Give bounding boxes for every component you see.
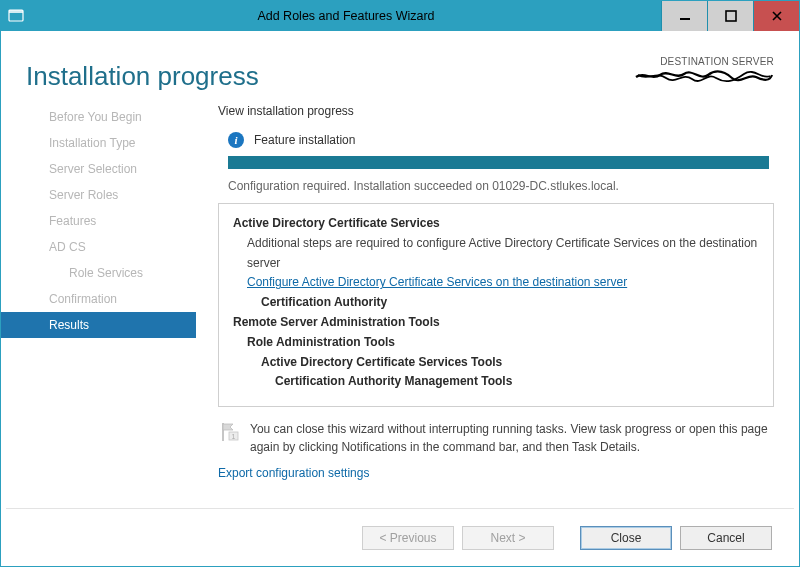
step-results[interactable]: Results (1, 312, 196, 338)
destination-server-label: DESTINATION SERVER (634, 56, 774, 67)
wizard-steps-sidebar: Before You Begin Installation Type Serve… (1, 104, 196, 508)
status-text: Configuration required. Installation suc… (228, 179, 774, 193)
page-title: Installation progress (26, 61, 634, 92)
adcs-heading: Active Directory Certificate Services (233, 214, 759, 234)
main-pane: View installation progress i Feature ins… (196, 104, 799, 508)
ca-mgmt-tools-label: Certification Authority Management Tools (275, 372, 759, 392)
step-role-services: Role Services (1, 260, 196, 286)
footer-buttons: < Previous Next > Close Cancel (6, 508, 794, 566)
next-button: Next > (462, 526, 554, 550)
rsat-heading: Remote Server Administration Tools (233, 313, 759, 333)
svg-rect-2 (680, 18, 690, 20)
info-icon: i (228, 132, 244, 148)
adcs-tools-label: Active Directory Certificate Services To… (261, 353, 759, 373)
step-confirmation: Confirmation (1, 286, 196, 312)
role-admin-tools-label: Role Administration Tools (247, 333, 759, 353)
feature-installation-row: i Feature installation (228, 132, 774, 148)
step-ad-cs: AD CS (1, 234, 196, 260)
close-window-button[interactable] (753, 1, 799, 31)
svg-rect-1 (9, 10, 23, 13)
feature-installation-label: Feature installation (254, 133, 355, 147)
title-bar: Add Roles and Features Wizard (1, 1, 799, 31)
window-controls (661, 1, 799, 31)
certification-authority-label: Certification Authority (261, 293, 759, 313)
export-config-link[interactable]: Export configuration settings (218, 466, 774, 480)
note-row: 1 You can close this wizard without inte… (218, 421, 774, 456)
step-installation-type: Installation Type (1, 130, 196, 156)
notification-flag-icon: 1 (218, 421, 240, 443)
app-icon (1, 1, 31, 31)
destination-server-block: DESTINATION SERVER (634, 56, 774, 85)
step-features: Features (1, 208, 196, 234)
content-area: Installation progress DESTINATION SERVER… (1, 31, 799, 566)
destination-server-name-redacted (634, 69, 774, 83)
previous-button: < Previous (362, 526, 454, 550)
window-title: Add Roles and Features Wizard (31, 1, 661, 31)
configure-adcs-link[interactable]: Configure Active Directory Certificate S… (247, 273, 627, 293)
svg-text:1: 1 (232, 433, 236, 440)
minimize-button[interactable] (661, 1, 707, 31)
results-details: Active Directory Certificate Services Ad… (218, 203, 774, 407)
step-before-you-begin: Before You Begin (1, 104, 196, 130)
header-row: Installation progress DESTINATION SERVER (1, 31, 799, 92)
maximize-button[interactable] (707, 1, 753, 31)
subheading: View installation progress (218, 104, 774, 118)
middle-row: Before You Begin Installation Type Serve… (1, 92, 799, 508)
adcs-description: Additional steps are required to configu… (247, 234, 759, 274)
cancel-button[interactable]: Cancel (680, 526, 772, 550)
progress-bar (228, 156, 769, 169)
svg-rect-3 (726, 11, 736, 21)
close-button[interactable]: Close (580, 526, 672, 550)
step-server-selection: Server Selection (1, 156, 196, 182)
step-server-roles: Server Roles (1, 182, 196, 208)
wizard-window: Add Roles and Features Wizard Installati… (0, 0, 800, 567)
note-text: You can close this wizard without interr… (250, 421, 774, 456)
